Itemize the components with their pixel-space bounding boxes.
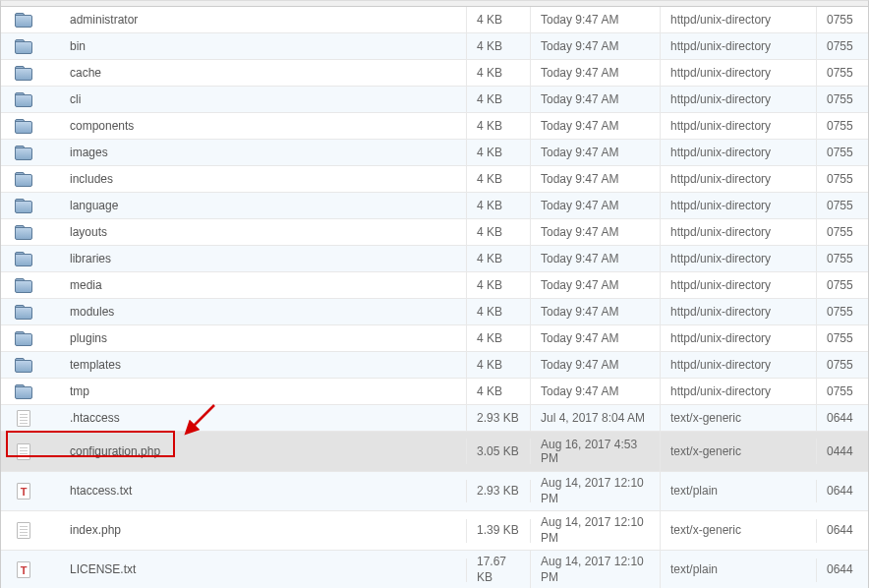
file-mimetype: httpd/unix-directory (661, 87, 817, 112)
table-row[interactable]: templates4 KBToday 9:47 AMhttpd/unix-dir… (1, 352, 868, 379)
file-type-icon (9, 168, 38, 190)
table-row[interactable]: .htaccess2.93 KBJul 4, 2017 8:04 AMtext/… (1, 405, 868, 432)
file-mimetype: httpd/unix-directory (661, 33, 817, 59)
file-mimetype: httpd/unix-directory (661, 352, 817, 378)
file-size: 4 KB (467, 379, 531, 404)
file-mimetype: text/x-generic (661, 519, 817, 543)
folder-icon (15, 13, 32, 27)
file-size: 4 KB (467, 140, 531, 165)
file-type-icon (9, 327, 38, 349)
generic-file-icon (17, 522, 30, 539)
file-name[interactable]: components (60, 113, 467, 139)
file-modified: Today 9:47 AM (531, 246, 661, 271)
folder-icon (15, 199, 32, 212)
file-name[interactable]: configuration.php (60, 439, 467, 464)
file-size: 4 KB (467, 246, 531, 271)
file-name[interactable]: images (60, 140, 467, 165)
file-size: 4 KB (467, 299, 531, 324)
file-type-icon (9, 354, 38, 376)
file-modified: Today 9:47 AM (531, 7, 661, 32)
file-type-icon (9, 88, 38, 110)
file-mimetype: httpd/unix-directory (661, 299, 817, 324)
file-name[interactable]: administrator (60, 7, 467, 32)
file-permissions: 0755 (817, 60, 868, 86)
file-name[interactable]: includes (60, 166, 467, 192)
file-type-icon (9, 558, 38, 582)
file-permissions: 0444 (817, 439, 868, 464)
table-row[interactable]: modules4 KBToday 9:47 AMhttpd/unix-direc… (1, 299, 868, 325)
table-row[interactable]: tmp4 KBToday 9:47 AMhttpd/unix-directory… (1, 379, 868, 405)
file-type-icon (9, 9, 38, 30)
file-permissions: 0755 (817, 219, 868, 245)
table-row[interactable]: configuration.php3.05 KBAug 16, 2017 4:5… (1, 432, 868, 472)
file-modified: Today 9:47 AM (531, 193, 661, 218)
file-type-icon (9, 301, 38, 323)
file-type-icon (9, 479, 38, 503)
table-row[interactable]: LICENSE.txt17.67 KBAug 14, 2017 12:10 PM… (1, 551, 868, 588)
folder-icon (15, 331, 32, 345)
table-row[interactable]: libraries4 KBToday 9:47 AMhttpd/unix-dir… (1, 246, 868, 272)
table-row[interactable]: bin4 KBToday 9:47 AMhttpd/unix-directory… (1, 33, 868, 60)
file-name[interactable]: index.php (60, 519, 467, 543)
file-name[interactable]: tmp (60, 379, 467, 404)
table-row[interactable]: language4 KBToday 9:47 AMhttpd/unix-dire… (1, 193, 868, 219)
text-file-icon (17, 483, 30, 500)
file-size: 1.39 KB (467, 519, 531, 543)
file-mimetype: text/x-generic (661, 439, 817, 464)
file-permissions: 0755 (817, 193, 868, 218)
file-size: 4 KB (467, 113, 531, 139)
file-name[interactable]: plugins (60, 325, 467, 351)
file-name[interactable]: .htaccess (60, 405, 467, 431)
file-name[interactable]: media (60, 272, 467, 298)
file-modified: Today 9:47 AM (531, 113, 661, 139)
table-row[interactable]: media4 KBToday 9:47 AMhttpd/unix-directo… (1, 272, 868, 299)
file-name[interactable]: htaccess.txt (60, 480, 467, 503)
folder-icon (15, 225, 32, 239)
file-name[interactable]: bin (60, 33, 467, 59)
table-row[interactable]: includes4 KBToday 9:47 AMhttpd/unix-dire… (1, 166, 868, 193)
file-name[interactable]: layouts (60, 219, 467, 245)
file-modified: Jul 4, 2017 8:04 AM (531, 405, 661, 431)
file-permissions: 0755 (817, 379, 868, 404)
file-size: 4 KB (467, 166, 531, 192)
file-permissions: 0755 (817, 166, 868, 192)
file-modified: Today 9:47 AM (531, 325, 661, 351)
table-row[interactable]: cache4 KBToday 9:47 AMhttpd/unix-directo… (1, 60, 868, 87)
file-type-icon (9, 142, 38, 163)
file-permissions: 0755 (817, 7, 868, 32)
file-name[interactable]: cli (60, 87, 467, 112)
file-modified: Today 9:47 AM (531, 166, 661, 192)
file-name[interactable]: libraries (60, 246, 467, 271)
file-mimetype: httpd/unix-directory (661, 60, 817, 86)
file-size: 2.93 KB (467, 480, 531, 503)
file-name[interactable]: cache (60, 60, 467, 86)
file-modified: Today 9:47 AM (531, 379, 661, 404)
folder-icon (15, 252, 32, 265)
file-mimetype: text/x-generic (661, 405, 817, 431)
file-name[interactable]: LICENSE.txt (60, 559, 467, 582)
table-row[interactable]: cli4 KBToday 9:47 AMhttpd/unix-directory… (1, 87, 868, 113)
file-modified: Today 9:47 AM (531, 60, 661, 86)
table-row[interactable]: htaccess.txt2.93 KBAug 14, 2017 12:10 PM… (1, 472, 868, 511)
table-row[interactable]: images4 KBToday 9:47 AMhttpd/unix-direct… (1, 140, 868, 166)
file-size: 4 KB (467, 87, 531, 112)
table-row[interactable]: plugins4 KBToday 9:47 AMhttpd/unix-direc… (1, 325, 868, 352)
file-size: 4 KB (467, 33, 531, 59)
folder-icon (15, 66, 32, 80)
table-row[interactable]: administrator4 KBToday 9:47 AMhttpd/unix… (1, 7, 868, 33)
file-name[interactable]: language (60, 193, 467, 218)
table-row[interactable]: index.php1.39 KBAug 14, 2017 12:10 PMtex… (1, 511, 868, 551)
file-mimetype: httpd/unix-directory (661, 379, 817, 404)
table-row[interactable]: layouts4 KBToday 9:47 AMhttpd/unix-direc… (1, 219, 868, 246)
file-mimetype: httpd/unix-directory (661, 140, 817, 165)
file-modified: Aug 16, 2017 4:53 PM (531, 432, 661, 471)
file-mimetype: httpd/unix-directory (661, 219, 817, 245)
file-name[interactable]: modules (60, 299, 467, 324)
file-modified: Today 9:47 AM (531, 87, 661, 112)
file-type-icon (9, 62, 38, 84)
folder-icon (15, 146, 32, 159)
file-size: 4 KB (467, 219, 531, 245)
folder-icon (15, 119, 32, 133)
file-name[interactable]: templates (60, 352, 467, 378)
table-row[interactable]: components4 KBToday 9:47 AMhttpd/unix-di… (1, 113, 868, 140)
